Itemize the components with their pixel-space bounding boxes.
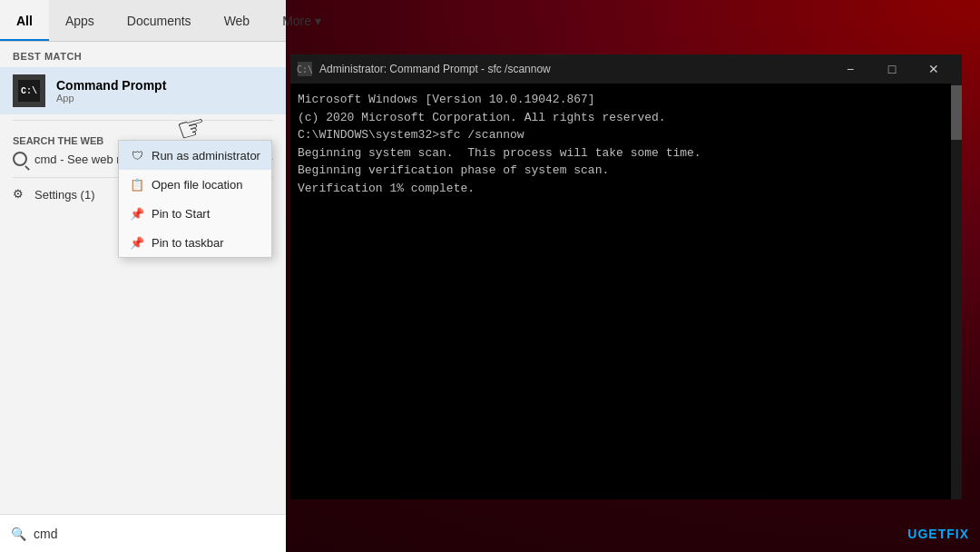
tab-apps-label: Apps [65, 14, 94, 28]
context-pin-to-taskbar[interactable]: 📌 Pin to taskbar [119, 228, 271, 257]
cmd-icon: C:\ [21, 86, 37, 96]
cmd-line-4: C:\WINDOWS\system32>sfc /scannow [298, 126, 955, 144]
pin-to-start-label: Pin to Start [152, 207, 210, 221]
pin-to-taskbar-label: Pin to taskbar [152, 236, 224, 250]
cmd-titlebar: C:\ Administrator: Command Prompt - sfc … [290, 54, 962, 84]
shield-icon: 🛡 [130, 148, 144, 163]
cmd-line-6: Beginning system scan. This process will… [298, 144, 955, 163]
settings-label: Settings (1) [34, 188, 94, 202]
minimize-button[interactable]: − [829, 54, 871, 84]
pin-icon: 📌 [130, 206, 144, 221]
context-pin-to-start[interactable]: 📌 Pin to Start [119, 199, 271, 228]
search-bar: 🔍 [0, 514, 286, 552]
folder-icon: 📋 [130, 177, 144, 192]
divider-1 [13, 120, 273, 121]
tab-more-label: More [282, 14, 311, 28]
cmd-line-2: (c) 2020 Microsoft Corporation. All righ… [298, 109, 955, 127]
tabs-bar: All Apps Documents Web More ▾ [0, 0, 286, 42]
tab-documents-label: Documents [127, 14, 191, 28]
best-match-item[interactable]: C:\ Command Prompt App 🛡 Run as administ… [0, 67, 286, 114]
watermark-suffix: FIX [946, 527, 969, 541]
tab-all[interactable]: All [0, 0, 49, 41]
search-input[interactable] [34, 527, 275, 541]
app-info: Command Prompt App [56, 78, 166, 104]
context-run-as-admin[interactable]: 🛡 Run as administrator [119, 141, 271, 170]
cmd-body: Microsoft Windows [Version 10.0.19042.86… [290, 84, 962, 499]
chevron-down-icon: ▾ [315, 14, 321, 28]
app-icon: C:\ [13, 74, 45, 107]
watermark-highlight: GET [917, 527, 946, 541]
watermark: UGETFIX [907, 527, 969, 541]
app-type: App [56, 93, 166, 104]
close-button[interactable]: ✕ [913, 54, 955, 84]
tab-web[interactable]: Web [208, 0, 267, 41]
search-bar-icon: 🔍 [11, 527, 26, 541]
cmd-line-8: Beginning verification phase of system s… [298, 162, 955, 180]
cmd-window: C:\ Administrator: Command Prompt - sfc … [290, 54, 962, 499]
app-name: Command Prompt [56, 78, 166, 93]
search-icon [13, 152, 27, 166]
cmd-line-1: Microsoft Windows [Version 10.0.19042.86… [298, 91, 955, 109]
best-match-label: Best match [0, 42, 286, 67]
cmd-line-9: Verification 1% complete. [298, 180, 955, 198]
cmd-titlebar-buttons: − □ ✕ [829, 54, 955, 84]
watermark-prefix: U [907, 527, 917, 541]
cmd-titlebar-icon: C:\ [298, 62, 312, 76]
maximize-button[interactable]: □ [871, 54, 913, 84]
scrollbar-thumb [951, 85, 962, 140]
tab-web-label: Web [224, 14, 250, 28]
settings-icon: ⚙ [13, 187, 27, 202]
cmd-icon-inner: C:\ [18, 80, 40, 102]
taskbar-icon: 📌 [130, 235, 144, 250]
tab-more[interactable]: More ▾ [266, 0, 338, 41]
tab-apps[interactable]: Apps [49, 0, 111, 41]
context-menu: 🛡 Run as administrator 📋 Open file locat… [118, 140, 272, 258]
run-as-admin-label: Run as administrator [152, 149, 260, 163]
cmd-title: Administrator: Command Prompt - sfc /sca… [319, 63, 822, 75]
tab-documents[interactable]: Documents [111, 0, 208, 41]
start-menu: All Apps Documents Web More ▾ Best match… [0, 0, 286, 552]
context-open-file-location[interactable]: 📋 Open file location [119, 170, 271, 199]
cmd-scrollbar[interactable] [951, 84, 962, 499]
search-web-text: cmd - See web re [34, 153, 127, 166]
tab-all-label: All [16, 14, 33, 28]
open-file-location-label: Open file location [152, 178, 242, 192]
